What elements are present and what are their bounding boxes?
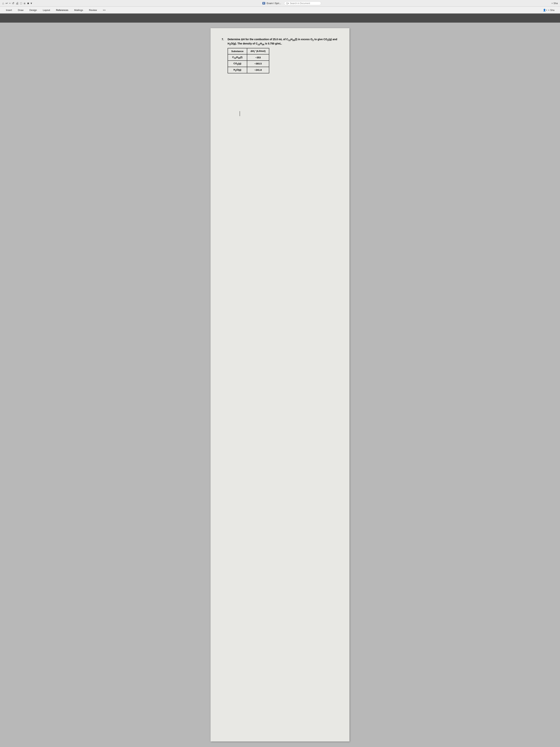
- dark-toolbar: [0, 14, 560, 23]
- title-right: + Sha: [552, 2, 558, 5]
- filter-icon[interactable]: ▾: [31, 1, 32, 5]
- question-number: 7.: [222, 37, 225, 117]
- tab-review[interactable]: Review: [86, 7, 100, 14]
- substance-2: CO2(g): [228, 60, 247, 67]
- title-bar: ⌂ ↩ ▾ ↺ 🖨 □ ⚹ ■ ▾ W Exam I Spri... Q▾ Se…: [0, 0, 560, 7]
- substance-3: H2O(g): [228, 67, 247, 73]
- table-row: H2O(g) −241.8: [228, 67, 269, 73]
- print-icon[interactable]: 🖨: [16, 2, 19, 5]
- text-cursor: │: [239, 110, 241, 117]
- enthalpy-2: −393.5: [247, 60, 269, 67]
- search-icon: Q▾: [286, 2, 289, 5]
- new-doc-icon[interactable]: □: [20, 2, 22, 5]
- tab-design[interactable]: Design: [26, 7, 40, 14]
- undo-dropdown-icon[interactable]: ▾: [9, 2, 10, 4]
- document-title-text: Exam I Spri...: [267, 2, 281, 5]
- share-ribbon-button[interactable]: 👤+ + Sha: [540, 8, 557, 12]
- redo-icon[interactable]: ↺: [12, 1, 14, 5]
- thermodynamic-data-table: Substance ΔHf° (kJ/mol) C12H26(l) −353 C…: [228, 48, 269, 73]
- ribbon: Insert Draw Design Layout References Mai…: [0, 7, 560, 14]
- search-bar[interactable]: Q▾ Search in Document: [284, 1, 321, 5]
- share-icon: 👤+: [543, 9, 548, 11]
- tab-references[interactable]: References: [53, 7, 71, 14]
- question-7-block: 7. Determine ΔH for the combustion of 25…: [222, 37, 338, 117]
- question-content: Determine ΔH for the combustion of 25.0 …: [228, 37, 338, 117]
- enthalpy-1: −353: [247, 54, 269, 60]
- share-label: + Sha: [548, 9, 555, 11]
- search-placeholder-text: Search in Document: [290, 2, 310, 5]
- word-app-icon: W: [262, 2, 265, 4]
- undo-icon[interactable]: ↩: [5, 1, 8, 5]
- document-title: W Exam I Spri...: [262, 2, 281, 5]
- table-header-enthalpy: ΔHf° (kJ/mol): [247, 48, 269, 54]
- table-row: CO2(g) −393.5: [228, 60, 269, 67]
- tab-draw[interactable]: Draw: [15, 7, 26, 14]
- tab-mailings[interactable]: Mailings: [71, 7, 86, 14]
- share-button[interactable]: + Sha: [552, 2, 558, 5]
- table-row: C12H26(l) −353: [228, 54, 269, 60]
- save-icon[interactable]: ■: [27, 2, 29, 5]
- document-area: 7. Determine ΔH for the combustion of 25…: [0, 23, 560, 747]
- title-center: W Exam I Spri... Q▾ Search in Document: [34, 1, 549, 5]
- table-header-substance: Substance: [228, 48, 247, 54]
- home-icon[interactable]: ⌂: [2, 2, 4, 5]
- toolbar-icons: ⌂ ↩ ▾ ↺ 🖨 □ ⚹ ■ ▾: [2, 1, 32, 5]
- question-prompt: Determine ΔH for the combustion of 25.0 …: [228, 37, 338, 46]
- enthalpy-3: −241.8: [247, 67, 269, 73]
- tab-layout[interactable]: Layout: [40, 7, 53, 14]
- substance-1: C12H26(l): [228, 54, 247, 60]
- tab-insert[interactable]: Insert: [3, 7, 15, 14]
- format-icon[interactable]: ⚹: [23, 2, 26, 5]
- tab-more[interactable]: >>: [100, 7, 108, 14]
- document-page[interactable]: 7. Determine ΔH for the combustion of 25…: [211, 28, 349, 742]
